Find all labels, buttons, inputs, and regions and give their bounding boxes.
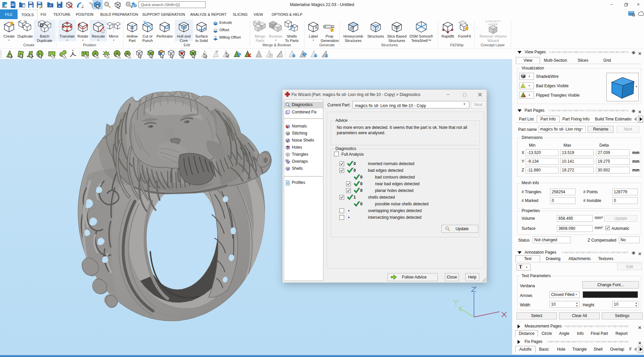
svg-text:A: A <box>315 26 318 30</box>
